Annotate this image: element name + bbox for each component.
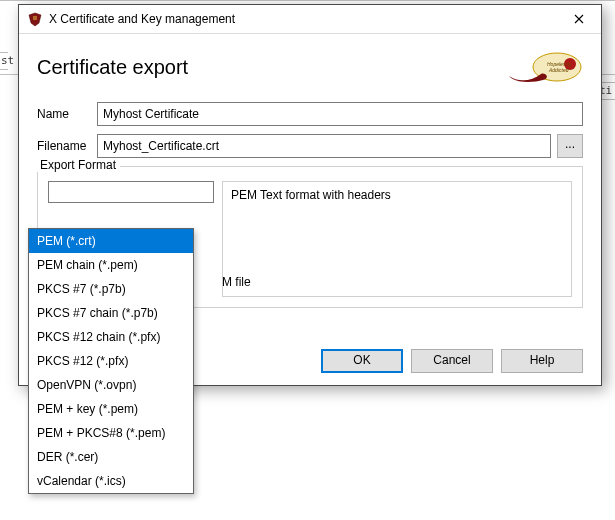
name-label: Name [37,107,97,121]
format-dropdown-list[interactable]: PEM (*.crt) PEM chain (*.pem) PKCS #7 (*… [28,228,194,494]
format-option[interactable]: PEM + key (*.pem) [29,397,193,421]
page-title: Certificate export [37,56,188,79]
format-option[interactable]: vCalendar (*.ics) [29,469,193,493]
export-format-label: Export Format [36,158,120,172]
format-combobox[interactable] [48,181,214,203]
close-button[interactable] [557,5,601,33]
filename-label: Filename [37,139,97,153]
window-title: X Certificate and Key management [49,12,557,26]
format-option[interactable]: PKCS #12 (*.pfx) [29,349,193,373]
format-description-text: PEM Text format with headers [231,188,391,202]
obscured-checkbox-text: M file [222,275,251,289]
ok-button[interactable]: OK [321,349,403,373]
dialog-button-row: OK Cancel Help [321,349,583,373]
format-option[interactable]: PKCS #7 chain (*.p7b) [29,301,193,325]
cancel-button[interactable]: Cancel [411,349,493,373]
format-description-panel: PEM Text format with headers [222,181,572,297]
browse-button[interactable]: ... [557,134,583,158]
format-option[interactable]: PEM chain (*.pem) [29,253,193,277]
name-input[interactable] [97,102,583,126]
help-button[interactable]: Help [501,349,583,373]
format-option[interactable]: DER (*.cer) [29,445,193,469]
background-text-left: st [0,52,8,70]
app-icon [27,11,43,27]
app-logo: Hopelessly Addicted [507,50,583,84]
svg-text:Addicted: Addicted [548,67,569,73]
titlebar[interactable]: X Certificate and Key management [19,5,601,34]
format-option[interactable]: PKCS #12 chain (*.pfx) [29,325,193,349]
format-option[interactable]: OpenVPN (*.ovpn) [29,373,193,397]
format-option[interactable]: PEM + PKCS#8 (*.pem) [29,421,193,445]
format-option[interactable]: PEM (*.crt) [29,229,193,253]
format-option[interactable]: PKCS #7 (*.p7b) [29,277,193,301]
filename-input[interactable] [97,134,551,158]
